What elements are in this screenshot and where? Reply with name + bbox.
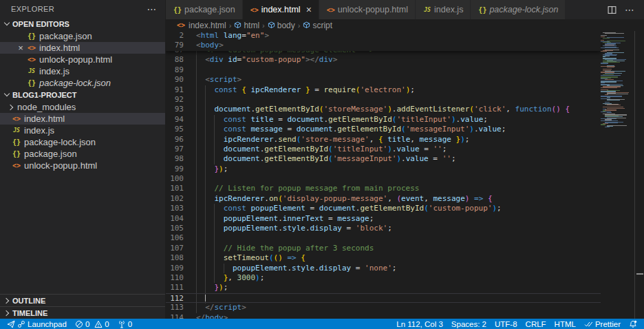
sticky-scroll[interactable]: 2<html lang="en">79<body> bbox=[166, 31, 601, 51]
open-editor-unlock-popup.html[interactable]: <>unlock-popup.html bbox=[0, 54, 165, 65]
code-line[interactable]: 114</body> bbox=[166, 313, 601, 319]
code-line[interactable]: 107// Hide the popup after 3 seconds bbox=[166, 244, 601, 253]
ports-item[interactable]: 0 bbox=[114, 319, 136, 329]
indent-indicator[interactable]: Spaces: 2 bbox=[447, 319, 491, 329]
line-number: 113 bbox=[166, 303, 196, 312]
indent-guide bbox=[205, 164, 214, 174]
language-indicator[interactable]: HTML bbox=[550, 319, 580, 329]
breadcrumb-item-script[interactable]: script bbox=[303, 21, 332, 30]
explorer-more-icon[interactable]: ⋯ bbox=[147, 3, 157, 14]
code-line[interactable]: 100 bbox=[166, 174, 601, 184]
code-line[interactable]: 92 bbox=[166, 95, 601, 105]
code-line[interactable]: 96ipcRenderer.send('store-message', { ti… bbox=[166, 135, 601, 145]
encoding-indicator[interactable]: UTF-8 bbox=[491, 319, 522, 329]
open-editors-label: OPEN EDITORS bbox=[12, 20, 69, 28]
indent-guide bbox=[214, 253, 223, 263]
tab-label: package-lock.json bbox=[489, 5, 558, 14]
line-content: popupElement.style.display = 'none'; bbox=[196, 264, 601, 273]
line-col-indicator[interactable]: Ln 112, Col 3 bbox=[392, 319, 447, 329]
split-editor-icon[interactable] bbox=[608, 6, 616, 14]
tab-label: index.html bbox=[261, 5, 301, 14]
line-content: ipcRenderer.on('display-popup-message', … bbox=[196, 194, 601, 204]
code-line[interactable]: 91const { ipcRenderer } = require('elect… bbox=[166, 85, 601, 95]
tab-index.js[interactable]: JSindex.js bbox=[416, 0, 471, 19]
indent-guide bbox=[196, 115, 205, 125]
breadcrumb-item-index.html[interactable]: <>index.html bbox=[175, 21, 226, 30]
code-line[interactable]: 112 bbox=[166, 293, 601, 303]
breadcrumb-item-body[interactable]: body bbox=[268, 21, 295, 30]
indent-guide bbox=[196, 145, 205, 154]
tab-unlock-popup.html[interactable]: <>unlock-popup.html bbox=[319, 0, 416, 19]
open-editor-index.html[interactable]: ×<>index.html bbox=[0, 42, 165, 54]
code-line[interactable]: 88<div id="custom-popup"></div> bbox=[166, 55, 601, 65]
sticky-line[interactable]: 79<body> bbox=[166, 41, 601, 50]
indent-guide bbox=[205, 233, 214, 243]
tab-package.json[interactable]: {}package.json bbox=[166, 0, 243, 19]
launchpad-item[interactable]: Launchpad bbox=[3, 319, 71, 329]
open-editor-index.js[interactable]: JSindex.js bbox=[0, 65, 165, 77]
tab-index.html[interactable]: <>index.html× bbox=[243, 0, 319, 19]
code-line[interactable]: 102ipcRenderer.on('display-popup-message… bbox=[166, 194, 601, 204]
code-line[interactable]: 93document.getElementById('storeMessage'… bbox=[166, 105, 601, 114]
code-editor[interactable]: 87<!-- Custom popup message element -->8… bbox=[166, 31, 644, 319]
open-editors-header[interactable]: OPEN EDITORS bbox=[0, 18, 165, 30]
tab-package-lock.json[interactable]: {}package-lock.json bbox=[471, 0, 566, 19]
code-line[interactable]: 95const message = document.getElementByI… bbox=[166, 125, 601, 134]
close-icon[interactable]: × bbox=[15, 43, 26, 53]
code-line[interactable]: 104popupElement.innerText = message; bbox=[166, 214, 601, 224]
breadcrumb-item-html[interactable]: html bbox=[234, 21, 259, 30]
code-line[interactable]: 111}); bbox=[166, 283, 601, 293]
tree-item-package.json[interactable]: {}package.json bbox=[0, 148, 165, 160]
formatter-indicator[interactable]: Prettier bbox=[580, 319, 625, 329]
symbol-cube-icon bbox=[234, 21, 242, 29]
code-line[interactable]: 99}); bbox=[166, 164, 601, 174]
eol-indicator[interactable]: CRLF bbox=[522, 319, 550, 329]
code-line[interactable]: 98document.getElementById('messageInput'… bbox=[166, 154, 601, 164]
editor-more-icon[interactable]: ⋯ bbox=[625, 4, 634, 15]
tree-item-package-lock.json[interactable]: {}package-lock.json bbox=[0, 136, 165, 148]
tree-item-index.html[interactable]: <>index.html bbox=[0, 113, 165, 125]
code-line[interactable]: 90<script> bbox=[166, 75, 601, 85]
tree-item-index.js[interactable]: JSindex.js bbox=[0, 125, 165, 136]
code-line[interactable]: 113</script> bbox=[166, 303, 601, 312]
indent-guide bbox=[205, 105, 214, 114]
code-line[interactable]: 110}, 3000); bbox=[166, 273, 601, 283]
code-line[interactable]: 94const title = document.getElementById(… bbox=[166, 115, 601, 125]
open-editor-package.json[interactable]: {}package.json bbox=[0, 30, 165, 42]
code-line[interactable]: 103const popupElement = document.getElem… bbox=[166, 204, 601, 213]
outline-header[interactable]: OUTLINE bbox=[0, 294, 165, 306]
indent-guide bbox=[205, 125, 214, 134]
code-line[interactable]: 108setTimeout(() => { bbox=[166, 253, 601, 263]
code-line[interactable]: 105popupElement.style.display = 'block'; bbox=[166, 224, 601, 233]
minimap[interactable] bbox=[601, 31, 634, 319]
timeline-header[interactable]: TIMELINE bbox=[0, 306, 165, 319]
code-line[interactable]: 106 bbox=[166, 233, 601, 243]
file-label: package.json bbox=[39, 31, 92, 41]
code-line[interactable]: 89 bbox=[166, 65, 601, 75]
chevron-right-icon bbox=[7, 103, 15, 112]
problems-item[interactable]: 0 0 bbox=[71, 319, 114, 329]
scrollbar[interactable] bbox=[634, 31, 644, 319]
project-header[interactable]: BLOG1-PROJECT bbox=[0, 89, 165, 101]
tab-bar: {}package.json<>index.html×<>unlock-popu… bbox=[166, 0, 644, 19]
code-line[interactable]: 109popupElement.style.display = 'none'; bbox=[166, 264, 601, 273]
sticky-line[interactable]: 2<html lang="en"> bbox=[166, 31, 601, 41]
status-bar: Launchpad 0 0 0 Ln 112, Col 3 bbox=[0, 319, 644, 329]
close-icon[interactable]: × bbox=[306, 4, 312, 15]
line-number: 108 bbox=[166, 253, 196, 263]
line-number: 100 bbox=[166, 174, 196, 184]
tree-item-node_modules[interactable]: node_modules bbox=[0, 101, 165, 113]
indent-guide bbox=[205, 283, 214, 293]
status-right: Ln 112, Col 3 Spaces: 2 UTF-8 CRLF HTML … bbox=[392, 319, 641, 329]
tree-item-unlock-popup.html[interactable]: <>unlock-popup.html bbox=[0, 160, 165, 171]
indent-guide bbox=[214, 204, 223, 213]
line-content: <html lang="en"> bbox=[196, 31, 601, 41]
code-line[interactable]: 97document.getElementById('titleInput').… bbox=[166, 145, 601, 154]
line-content: ipcRenderer.send('store-message', { titl… bbox=[196, 135, 601, 145]
open-editor-package-lock.json[interactable]: {}package-lock.json bbox=[0, 77, 165, 89]
notifications-item[interactable] bbox=[625, 319, 641, 329]
code-line[interactable]: 101// Listen for popup message from main… bbox=[166, 184, 601, 193]
line-content bbox=[196, 174, 601, 184]
indent-guide bbox=[196, 105, 205, 114]
json-file-icon: {} bbox=[477, 6, 487, 14]
